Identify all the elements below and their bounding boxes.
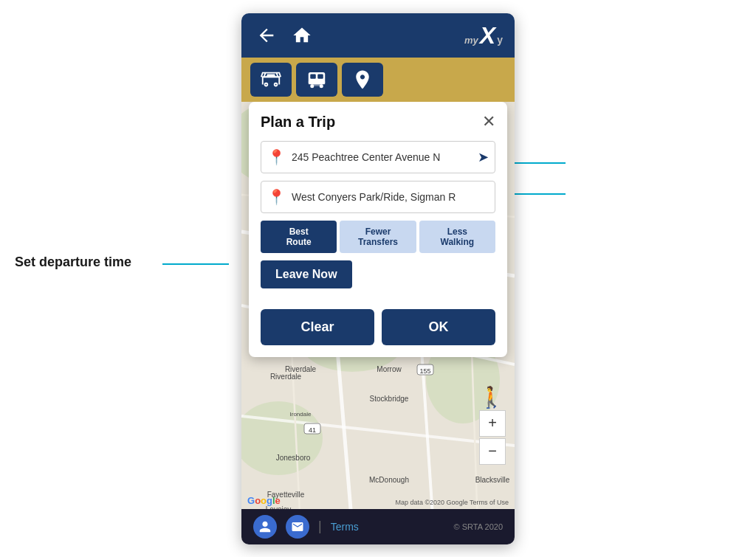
starting-address-input[interactable] (292, 151, 475, 163)
starting-location-icon: 📍 (267, 148, 286, 166)
divider: | (318, 519, 322, 534)
top-bar-left (253, 22, 315, 49)
gps-icon[interactable]: ➤ (478, 149, 489, 165)
plan-trip-dialog: Plan a Trip ✕ 📍 ➤ 📍 BestRoute Fe (249, 102, 507, 358)
svg-rect-7 (312, 83, 323, 86)
svg-text:Riverdale: Riverdale (270, 373, 302, 381)
bottom-bar: | Terms © SRTA 2020 (241, 509, 515, 544)
fewer-transfers-button[interactable]: FewerTransfers (340, 221, 416, 254)
terms-link[interactable]: Terms (331, 521, 359, 533)
svg-rect-2 (310, 74, 316, 78)
ending-address-arrow (506, 193, 566, 195)
route-options: BestRoute FewerTransfers LessWalking (261, 221, 495, 254)
dialog-header: Plan a Trip ✕ (261, 114, 495, 131)
google-logo: Google (247, 495, 281, 506)
less-walking-button[interactable]: LessWalking (419, 221, 495, 254)
close-button[interactable]: ✕ (482, 114, 495, 130)
svg-text:Irondale: Irondale (290, 411, 312, 418)
dialog-title: Plan a Trip (261, 114, 335, 131)
page-wrapper: Starting address Ending address Set depa… (0, 0, 756, 557)
ending-address-row: 📍 (261, 181, 495, 213)
zoom-out-button[interactable]: − (479, 438, 506, 465)
action-row: Clear OK (261, 309, 495, 345)
departure-arrow (162, 263, 229, 265)
svg-text:Blacksville: Blacksville (475, 476, 510, 484)
clear-button[interactable]: Clear (261, 309, 374, 345)
ending-location-icon: 📍 (267, 188, 286, 206)
map-area: 41 155 985 Alpharetta Suwanee Jonesboro … (241, 102, 515, 509)
zoom-in-button[interactable]: + (479, 410, 506, 437)
map-controls: + − (479, 410, 506, 465)
home-button[interactable] (289, 22, 315, 49)
best-route-button[interactable]: BestRoute (261, 221, 337, 254)
svg-text:41: 41 (309, 426, 316, 434)
mode-pin-button[interactable] (342, 63, 383, 97)
mode-bar (241, 58, 515, 102)
svg-text:155: 155 (419, 367, 430, 375)
top-bar: my X y (241, 13, 515, 58)
phone-container: my X y (241, 13, 515, 544)
mode-drive-button[interactable] (250, 63, 292, 97)
map-attribution: Map data ©2020 Google Terms of Use (395, 499, 509, 506)
copyright: © SRTA 2020 (454, 522, 503, 531)
ending-address-input[interactable] (292, 191, 489, 203)
street-view-icon[interactable]: 🚶 (478, 385, 504, 409)
starting-address-row: 📍 ➤ (261, 141, 495, 173)
svg-rect-3 (317, 74, 323, 78)
annotation-departure: Set departure time (15, 255, 131, 270)
svg-text:Jonesboro: Jonesboro (276, 454, 311, 462)
svg-text:Riverdale: Riverdale (285, 365, 317, 373)
svg-text:Stockbridge: Stockbridge (370, 395, 409, 403)
starting-address-arrow (506, 162, 566, 164)
svg-text:McDonough: McDonough (369, 476, 409, 484)
ok-button[interactable]: OK (382, 309, 495, 345)
profile-button[interactable] (253, 515, 277, 539)
mode-transit-button[interactable] (296, 63, 337, 97)
back-button[interactable] (253, 22, 280, 49)
app-logo: my X y (464, 24, 503, 47)
leave-now-button[interactable]: Leave Now (261, 260, 352, 288)
messages-button[interactable] (286, 515, 309, 539)
svg-text:Morrow: Morrow (377, 365, 402, 373)
